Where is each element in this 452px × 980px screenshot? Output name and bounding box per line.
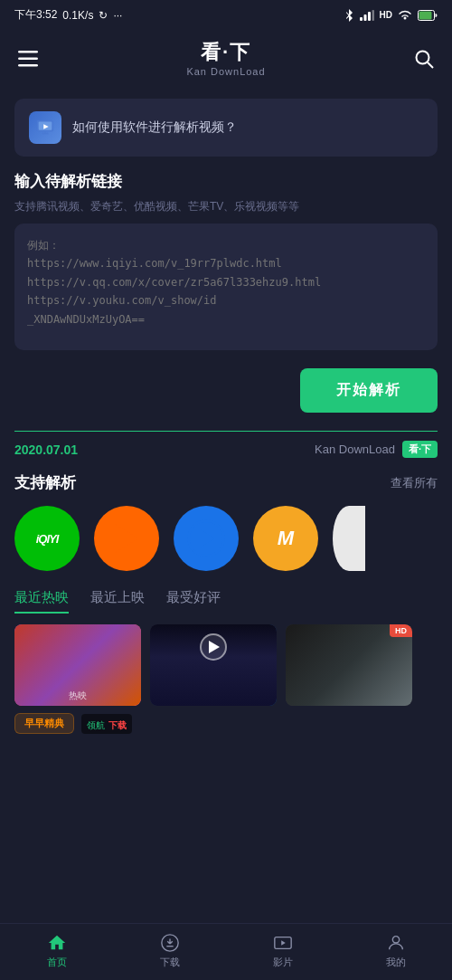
support-header: 支持解析 查看所有 (14, 472, 438, 493)
input-section: 输入待解析链接 支持腾讯视频、爱奇艺、优酷视频、芒果TV、乐视视频等等 (14, 171, 438, 354)
platform-mango[interactable]: M (253, 506, 318, 571)
how-to-banner: 如何使用软件进行解析视频？ (14, 99, 438, 157)
battery-icon (418, 8, 438, 21)
tab-recent-hot[interactable]: 最近热映 (14, 589, 69, 614)
nav-profile-label: 我的 (386, 956, 406, 969)
tabs-row: 最近热映 最近上映 最受好评 (14, 589, 438, 614)
status-time: 下午3:52 (14, 7, 57, 23)
info-right: Kan DownLoad 看·下 (315, 441, 438, 458)
signal-icon (360, 8, 374, 21)
hd-badge: HD (380, 10, 392, 20)
user-icon (386, 931, 406, 953)
platform-iqiyi[interactable]: iQIYI (14, 506, 80, 571)
supported-text: 支持腾讯视频、爱奇艺、优酷视频、芒果TV、乐视视频等等 (14, 199, 438, 214)
header: 看·下 Kan DownLoad (0, 30, 452, 90)
search-button[interactable] (407, 47, 434, 69)
svg-rect-5 (419, 12, 432, 20)
home-icon (47, 931, 67, 953)
info-date: 2020.07.01 (14, 442, 78, 457)
svg-rect-1 (363, 14, 366, 21)
movie-card-3[interactable]: HD (286, 624, 412, 706)
status-dots: ··· (113, 9, 122, 22)
svg-rect-6 (18, 51, 38, 53)
download-icon (160, 931, 180, 953)
nav-profile[interactable]: 我的 (339, 931, 452, 969)
platform-row: iQIYI M (14, 506, 438, 571)
svg-rect-2 (368, 12, 371, 21)
nav-home-label: 首页 (47, 956, 67, 969)
info-kan-download-label: Kan DownLoad (315, 442, 395, 456)
svg-rect-15 (44, 132, 46, 134)
status-refresh: ↻ (99, 9, 108, 22)
bottom-nav: 首页 下载 影片 我的 (0, 923, 452, 980)
status-network: 0.1K/s (62, 9, 93, 22)
svg-rect-8 (18, 64, 38, 67)
movie-card-2[interactable] (150, 624, 277, 706)
movie-card-1[interactable]: 热映 (14, 624, 141, 706)
svg-rect-3 (372, 10, 374, 21)
watermark-sub: 领航 下载 (81, 714, 132, 734)
status-bar: 下午3:52 0.1K/s ↻ ··· HD (0, 0, 452, 30)
status-right: HD (344, 8, 438, 22)
wifi-icon (398, 8, 412, 21)
tab-recent-showing[interactable]: 最近上映 (90, 589, 145, 614)
view-all-button[interactable]: 查看所有 (391, 475, 438, 491)
input-label: 输入待解析链接 (14, 171, 438, 192)
nav-film[interactable]: 影片 (226, 931, 339, 969)
platform-tencent[interactable] (94, 506, 159, 571)
svg-rect-0 (360, 17, 363, 21)
start-button-container: 开始解析 (14, 368, 438, 413)
app-sub-title: Kan DownLoad (45, 66, 407, 77)
film-icon (273, 931, 293, 953)
hamburger-button[interactable] (18, 48, 45, 69)
watermark-banner: 早早精典 (14, 713, 74, 734)
app-main-title: 看·下 (45, 39, 407, 66)
nav-download-label: 下载 (160, 956, 180, 969)
url-input[interactable] (14, 224, 438, 350)
tencent-play-icon (115, 524, 138, 553)
support-section: 支持解析 查看所有 iQIYI M (14, 472, 438, 571)
movie-row: 热映 HD (14, 624, 438, 706)
status-left: 下午3:52 0.1K/s ↻ ··· (14, 7, 122, 23)
nav-download[interactable]: 下载 (113, 931, 226, 969)
how-to-icon (29, 111, 61, 144)
nav-film-label: 影片 (273, 956, 293, 969)
platform-more[interactable] (333, 506, 365, 571)
tab-top-rated[interactable]: 最受好评 (166, 589, 221, 614)
bluetooth-icon (344, 8, 354, 22)
svg-line-10 (428, 62, 433, 68)
platform-youku[interactable] (174, 506, 239, 571)
svg-point-9 (417, 51, 429, 63)
header-title: 看·下 Kan DownLoad (45, 39, 407, 77)
support-title: 支持解析 (14, 472, 76, 493)
youku-play-icon (187, 519, 225, 557)
start-parse-button[interactable]: 开始解析 (300, 368, 438, 413)
svg-rect-7 (18, 58, 38, 61)
info-badge: 看·下 (402, 441, 438, 458)
how-to-text: 如何使用软件进行解析视频？ (72, 119, 237, 137)
svg-point-19 (392, 937, 399, 943)
nav-home[interactable]: 首页 (0, 931, 113, 969)
info-bar: 2020.07.01 Kan DownLoad 看·下 (14, 431, 438, 458)
watermark-text: 早早精典 (24, 717, 64, 730)
